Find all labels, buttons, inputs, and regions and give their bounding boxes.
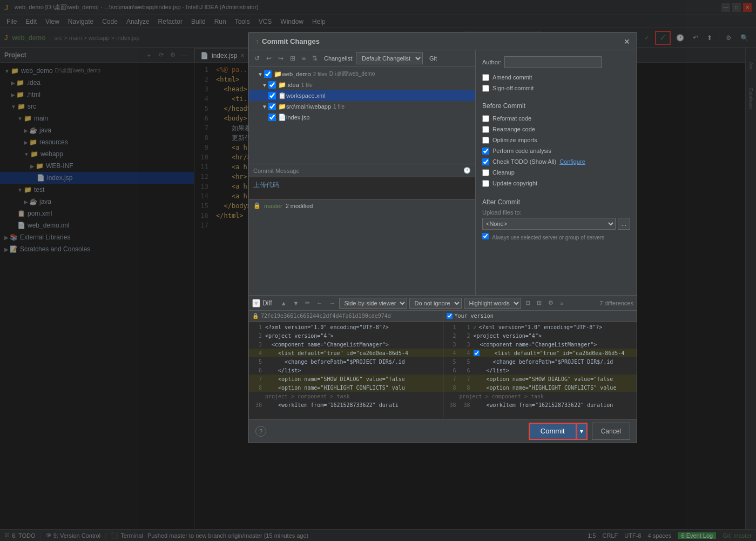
diff-header: ▼ Diff ▲ ▼ ✏ ← → Side-by-side viewer Do … <box>249 296 637 311</box>
line-content: <workItem from="1621528733622" duration <box>474 402 613 408</box>
commit-icon: ↑ <box>255 38 259 45</box>
file-check-workspace[interactable] <box>268 92 276 99</box>
update-copyright-label: Update copyright <box>492 180 537 186</box>
line-num-2: 3 <box>460 342 470 348</box>
amend-commit-checkbox[interactable] <box>482 74 489 81</box>
optimize-checkbox[interactable] <box>482 137 489 144</box>
check-todo-checkbox[interactable] <box>482 158 489 165</box>
refresh-icon-button[interactable]: ↺ <box>252 54 262 63</box>
always-use-text: Always use selected server or group of s… <box>492 235 604 241</box>
diff-line: 30 <workItem from="1621528733622" durati <box>249 400 443 409</box>
optimize-row: Optimize imports <box>482 135 630 145</box>
diff-ignore-select[interactable]: Do not ignore <box>409 298 462 309</box>
line-num-2: 38 <box>460 402 470 408</box>
rearrange-checkbox[interactable] <box>482 126 489 133</box>
help-button[interactable]: ? <box>255 426 266 437</box>
align-icon-button[interactable]: ≡ <box>300 54 308 63</box>
file-list-src-webapp[interactable]: ▼ 📁 src\main\webapp 1 file <box>249 101 475 112</box>
diff-viewer-select[interactable]: Side-by-side viewer <box>339 298 407 309</box>
line-num: 2 <box>251 333 262 339</box>
redo-icon-button[interactable]: ↪ <box>276 54 286 63</box>
file-count-web-demo: 2 files <box>313 71 327 77</box>
diff-nav-left-button[interactable]: ← <box>314 299 325 307</box>
file-check-web-demo[interactable] <box>264 70 272 78</box>
line-num-2: 2 <box>460 333 470 339</box>
configure-link[interactable]: Configure <box>559 158 585 165</box>
jsp-icon-index: 📄 <box>278 113 286 121</box>
file-check-idea[interactable] <box>268 81 276 89</box>
cleanup-row: Cleanup <box>482 167 630 178</box>
file-list-root[interactable]: ▼ 📁 web_demo 2 files D:\桌面\web_demo <box>249 69 475 79</box>
diff-line: 6 </list> <box>249 366 443 375</box>
diff-nav-right-button[interactable]: → <box>327 299 337 307</box>
perform-analysis-checkbox[interactable] <box>482 148 489 155</box>
xml-icon-workspace: 📋 <box>278 92 286 99</box>
reformat-checkbox[interactable] <box>482 115 489 122</box>
rearrange-row: Rearrange code <box>482 124 630 135</box>
undo-icon-button[interactable]: ↩ <box>264 54 274 63</box>
update-copyright-checkbox[interactable] <box>482 180 489 187</box>
diff-highlight-select[interactable]: Highlight words <box>464 298 521 309</box>
file-label-src: src\main\webapp <box>286 103 331 110</box>
line-num: 1 <box>446 324 456 330</box>
line-content: <change beforePath="$PROJECT_DIR$/.id <box>474 359 613 365</box>
cleanup-label: Cleanup <box>492 169 515 176</box>
upload-server-select[interactable]: <None> <box>482 218 616 230</box>
commit-msg-clock-icon[interactable]: 🕐 <box>463 167 471 174</box>
always-use-checkbox[interactable] <box>482 233 489 239</box>
file-check-index-jsp[interactable] <box>268 113 276 121</box>
line-content: </list> <box>265 368 301 373</box>
diff-next-button[interactable]: ▼ <box>291 299 301 307</box>
diff-line: 1 <?xml version="1.0" encoding="UTF-8"?> <box>249 323 443 331</box>
file-list-index-jsp[interactable]: 📄 index.jsp <box>249 112 475 123</box>
line-content: project > component > task <box>265 393 350 399</box>
upload-options-button[interactable]: ... <box>618 218 630 230</box>
line-content: <project version="4"> <box>474 333 542 339</box>
signoff-commit-checkbox[interactable] <box>482 85 489 92</box>
line-content: <option name="SHOW_DIALOG" value="false <box>265 376 405 382</box>
move-icon-button[interactable]: ⊞ <box>288 54 298 63</box>
changelist-select[interactable]: Default Changelist <box>356 52 423 64</box>
line-content: <option name="SHOW_DIALOG" value="false <box>474 376 613 382</box>
diff-expand-button[interactable]: ⊞ <box>535 299 544 307</box>
line-num: 2 <box>446 333 456 339</box>
diff-line: 3 3 <component name="ChangeListManager"> <box>443 340 637 349</box>
diff-content: 🔒 72fe19e3661c665244c2df4d4fa61d190cde97… <box>249 311 637 419</box>
diff-line-checkbox[interactable] <box>474 350 480 356</box>
line-num: 1 <box>251 324 262 330</box>
commit-button[interactable]: Commit <box>529 423 577 440</box>
line-content: <?xml version="1.0" encoding="UTF-8"?> <box>265 324 389 330</box>
line-num: 4 <box>251 350 262 356</box>
commit-msg-label: Commit Message <box>253 168 300 174</box>
dialog-close-button[interactable]: ✕ <box>624 37 630 46</box>
commit-button-group: Commit ▾ <box>529 423 588 440</box>
diff-line: 7 7 <option name="SHOW_DIALOG" value="fa… <box>443 375 637 383</box>
diff-more-button[interactable]: » <box>558 299 565 307</box>
commit-dropdown-button[interactable]: ▾ <box>577 423 588 440</box>
line-num: 3 <box>446 342 456 348</box>
file-list-workspace-xml[interactable]: 📋 workspace.xml <box>249 90 475 101</box>
diff-prev-button[interactable]: ▲ <box>279 299 289 307</box>
line-num: 7 <box>251 376 262 382</box>
file-count-src: 1 file <box>333 104 345 110</box>
diff-line: 3 <component name="ChangeListManager"> <box>249 340 443 349</box>
expand-arrow-icon: ▼ <box>262 104 267 110</box>
commit-message-input[interactable]: 上传代码 <box>249 177 475 199</box>
git-tab-label[interactable]: Git <box>429 55 437 62</box>
folder-icon-web-demo: 📁 <box>274 70 282 78</box>
diff-line: 2 <project version="4"> <box>249 331 443 340</box>
file-check-src-webapp[interactable] <box>268 103 276 110</box>
diff-label: Diff <box>262 299 272 307</box>
diff-settings-button[interactable]: ⚙ <box>546 299 556 307</box>
cleanup-checkbox[interactable] <box>482 169 489 176</box>
lock-icon: 🔒 <box>252 313 259 319</box>
cancel-button[interactable]: Cancel <box>592 423 630 440</box>
diff-collapse-button[interactable]: ⊟ <box>523 299 532 307</box>
diff-right-checkbox[interactable] <box>447 313 453 319</box>
sort-icon-button[interactable]: ⇅ <box>310 54 320 63</box>
file-list-idea[interactable]: ▼ 📁 .idea 1 file <box>249 79 475 90</box>
line-num-2: 5 <box>460 359 470 365</box>
diff-edit-button[interactable]: ✏ <box>303 299 312 307</box>
author-input[interactable] <box>504 56 602 68</box>
diff-toggle-button[interactable]: ▼ <box>252 299 260 308</box>
